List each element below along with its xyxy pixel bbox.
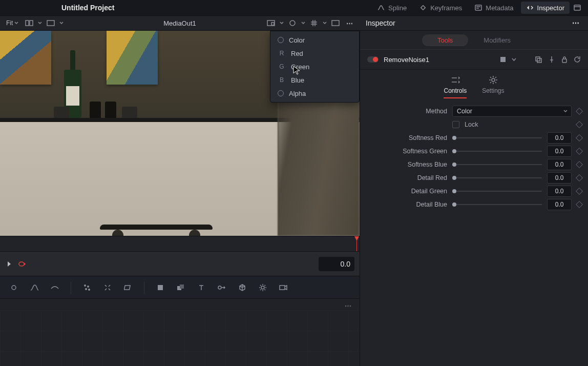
tool-bspline[interactable]: [49, 282, 60, 293]
param-slider[interactable]: [452, 132, 542, 144]
subtab-controls[interactable]: Controls: [444, 75, 467, 98]
loop-button[interactable]: [16, 258, 28, 270]
param-value[interactable]: 0.0: [547, 186, 572, 197]
tool-text[interactable]: [196, 282, 207, 293]
copy-icon[interactable]: [535, 56, 542, 63]
controls-icon: [450, 75, 460, 85]
inspector-label: Inspector: [537, 4, 564, 12]
viewer-toolbar: Fit MediaOut1 ⋯ Inspector ⋯: [0, 15, 588, 31]
grid-button[interactable]: [308, 17, 320, 29]
keyframes-icon: [419, 4, 427, 12]
reset-icon[interactable]: [574, 56, 581, 63]
tool-planar[interactable]: [122, 282, 134, 293]
param-value[interactable]: 0.0: [547, 199, 572, 210]
tool-merge[interactable]: [175, 282, 186, 293]
playhead[interactable]: [356, 236, 357, 251]
param-slider[interactable]: [452, 199, 542, 210]
keyframe-diamond[interactable]: [576, 108, 583, 115]
lock-label: Lock: [465, 121, 572, 128]
alpha-swatch-icon: [278, 90, 284, 96]
channel-green[interactable]: GGreen: [270, 60, 359, 73]
param-label: Softness Blue: [366, 161, 447, 168]
channel-color[interactable]: Color: [270, 33, 359, 47]
version-square-icon[interactable]: [500, 57, 506, 62]
keyframe-diamond[interactable]: [576, 134, 583, 141]
tool-light[interactable]: [257, 282, 268, 293]
tool-3d[interactable]: [237, 282, 248, 293]
channel-red-label: Red: [291, 50, 303, 57]
channel-red[interactable]: R Red: [270, 47, 359, 60]
keyframes-button[interactable]: Keyframes: [414, 2, 467, 14]
param-value[interactable]: 0.0: [547, 159, 572, 170]
channel-color-label: Color: [289, 36, 305, 44]
play-end-button[interactable]: [5, 258, 16, 270]
param-slider[interactable]: [452, 186, 542, 197]
channel-alpha[interactable]: Alpha: [270, 87, 359, 100]
top-bar: Untitled Project Spline Keyframes Metada…: [0, 0, 588, 15]
keyframe-diamond[interactable]: [576, 161, 583, 168]
keyframe-diamond[interactable]: [576, 188, 583, 195]
chevron-down-icon[interactable]: [512, 57, 516, 62]
tab-tools[interactable]: Tools: [422, 34, 468, 46]
single-view-button[interactable]: [45, 17, 56, 29]
svg-point-19: [218, 286, 221, 289]
svg-rect-0: [421, 6, 425, 10]
tool-background[interactable]: [155, 282, 166, 293]
channel-blue[interactable]: BBlue: [270, 73, 359, 87]
node-name[interactable]: RemoveNoise1: [384, 56, 429, 64]
param-value[interactable]: 0.0: [547, 146, 572, 157]
subtab-settings[interactable]: Settings: [482, 75, 504, 98]
tool-bezier[interactable]: [29, 282, 40, 293]
time-ruler[interactable]: 2100220023002400250026002700280029003000…: [0, 236, 360, 251]
tool-particles[interactable]: [81, 282, 93, 293]
param-slider[interactable]: [452, 159, 542, 170]
tab-modifiers[interactable]: Modifiers: [468, 34, 526, 46]
tool-tracker[interactable]: [102, 282, 113, 293]
timecode-display[interactable]: 0.0: [319, 257, 354, 271]
viewer[interactable]: Color R Red GGreen BBlue Alpha: [0, 31, 360, 236]
keyframe-diamond[interactable]: [576, 121, 583, 128]
flow-more-button[interactable]: ⋯: [345, 302, 352, 310]
fit-label: Fit: [6, 19, 13, 27]
keyframe-diamond[interactable]: [576, 201, 583, 208]
param-slider[interactable]: [452, 146, 542, 157]
node-enable-toggle[interactable]: [367, 56, 379, 63]
param-value[interactable]: 0.0: [547, 172, 572, 184]
svg-point-11: [85, 284, 86, 286]
svg-point-14: [89, 289, 90, 290]
inspector-button[interactable]: Inspector: [521, 2, 570, 14]
svg-point-10: [12, 286, 16, 290]
inspector-more-button[interactable]: ⋯: [571, 17, 582, 29]
pin-icon[interactable]: [548, 56, 555, 63]
keyframe-diamond[interactable]: [576, 148, 583, 155]
param-value[interactable]: 0.0: [547, 132, 572, 144]
param-slider[interactable]: [452, 172, 542, 184]
keyframe-diamond[interactable]: [576, 174, 583, 181]
channel-green-label: Green: [291, 63, 309, 71]
more-menu-button[interactable]: ⋯: [344, 17, 355, 29]
lock-icon[interactable]: [561, 56, 568, 63]
method-select[interactable]: Color: [452, 106, 572, 117]
split-view-button[interactable]: [24, 17, 35, 29]
spline-button[interactable]: Spline: [372, 2, 412, 14]
layout-toggle-button[interactable]: [572, 2, 583, 13]
svg-rect-18: [180, 284, 184, 289]
svg-rect-23: [537, 58, 541, 63]
chevron-down-icon: [38, 21, 42, 25]
tool-transform[interactable]: [216, 282, 227, 293]
lock-checkbox[interactable]: [452, 121, 459, 128]
tool-pointer[interactable]: [8, 282, 19, 293]
svg-point-25: [492, 78, 495, 82]
spline-icon: [377, 4, 385, 12]
metadata-button[interactable]: Metadata: [469, 2, 518, 14]
chevron-down-icon: [280, 21, 284, 25]
tool-camera[interactable]: [278, 282, 289, 293]
subview-button[interactable]: [265, 17, 277, 29]
param-label: Softness Red: [366, 134, 447, 141]
color-swatch-icon: [278, 37, 284, 43]
channel-button[interactable]: [287, 17, 298, 29]
flow-area[interactable]: ⋯: [0, 298, 360, 366]
fit-dropdown[interactable]: Fit: [4, 17, 20, 29]
spline-label: Spline: [388, 4, 407, 12]
roi-button[interactable]: [330, 17, 341, 29]
